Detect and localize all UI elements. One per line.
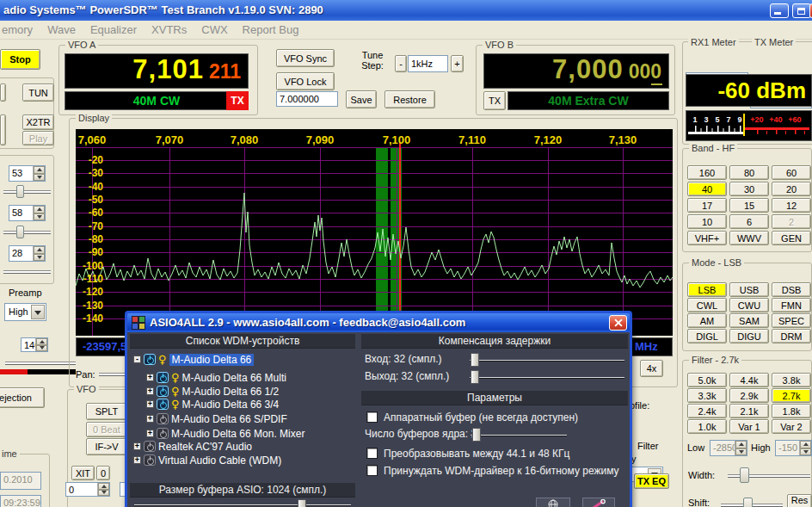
power-icon[interactable] <box>144 441 156 452</box>
mode-button-fmn[interactable]: FMN <box>772 298 811 312</box>
spectrum-display[interactable]: 7,0607,0707,0807,0907,1007,1107,1207,130… <box>76 129 673 336</box>
zero-beat-button[interactable]: 0 Beat <box>86 422 127 437</box>
vfo-b-tx-button[interactable]: TX <box>483 91 506 110</box>
stop-button[interactable]: Stop <box>0 49 40 70</box>
expand-icon[interactable]: - <box>133 356 141 363</box>
band-button-160[interactable]: 160 <box>687 165 727 180</box>
power-icon[interactable] <box>157 428 169 439</box>
split-button[interactable]: SPLT <box>86 403 127 420</box>
tun-button[interactable]: TUN <box>22 83 54 102</box>
power-icon[interactable] <box>157 413 169 424</box>
chevron-down-icon[interactable] <box>31 305 45 319</box>
power-icon[interactable] <box>144 454 156 466</box>
tree-item-label[interactable]: M-Audio Delta 66 S/PDIF <box>171 413 287 425</box>
af-slider-track[interactable] <box>3 190 51 194</box>
memory-frequency-input[interactable]: 7.000000 <box>276 91 338 107</box>
expand-icon[interactable]: + <box>146 374 154 381</box>
mode-button-usb[interactable]: USB <box>729 282 769 297</box>
vfo-sync-button[interactable]: VFO Sync <box>276 49 335 67</box>
tx-eq-button[interactable]: TX EQ <box>634 473 669 489</box>
xit-stepper[interactable]: 0 <box>65 482 110 497</box>
mode-button-digu[interactable]: DIGU <box>729 329 769 343</box>
tune-step-minus-button[interactable]: - <box>395 55 407 72</box>
af-gain-stepper[interactable]: 53 <box>9 165 46 182</box>
filter-button-var-2[interactable]: Var 2 <box>772 419 811 434</box>
tree-item[interactable]: -♀M-Audio Delta 66 <box>133 353 254 366</box>
mode-button-lsb[interactable]: LSB <box>687 282 727 297</box>
save-button[interactable]: Save <box>346 90 377 108</box>
tree-item[interactable]: +Virtual Audio Cable (WDM) <box>133 454 281 467</box>
kernel-buffers-slider-thumb[interactable] <box>472 428 481 442</box>
force-16bit-label[interactable]: Принуждать WDM-драйвер к 16-битному режи… <box>384 465 619 477</box>
vfo-b-frequency-display[interactable]: 7,000 000 <box>483 53 669 89</box>
filter-button-2.7k[interactable]: 2.7k <box>772 388 811 403</box>
band-button-6[interactable]: 6 <box>729 214 769 229</box>
maximize-button[interactable] <box>792 3 811 18</box>
dialog-close-button[interactable] <box>609 315 627 331</box>
tree-item[interactable]: +♀M-Audio Delta 66 Multi <box>146 371 286 384</box>
advanced-button[interactable] <box>582 498 615 507</box>
filter-button-2.9k[interactable]: 2.9k <box>729 388 769 403</box>
latency-in-slider-track[interactable] <box>470 360 624 362</box>
filter-button-1.0k[interactable]: 1.0k <box>687 419 727 434</box>
restore-button[interactable]: Restore <box>384 90 435 108</box>
agc-gain-stepper[interactable]: 58 <box>9 205 46 221</box>
vfo-a-frequency-display[interactable]: 7,101 211 <box>65 53 249 89</box>
expand-icon[interactable]: + <box>146 400 154 408</box>
tree-item-label[interactable]: M-Audio Delta 66 Mon. Mixer <box>171 428 304 440</box>
filter-low-stepper[interactable]: -2850 <box>710 440 747 456</box>
expand-icon[interactable]: + <box>133 456 141 464</box>
latency-out-slider-track[interactable] <box>470 377 624 379</box>
band-button-wwv[interactable]: WWV <box>729 231 769 245</box>
filter-button-3.3k[interactable]: 3.3k <box>687 388 727 403</box>
filter-button-5.0k[interactable]: 5.0k <box>687 373 727 387</box>
hardware-buffer-label[interactable]: Аппаратный буфер (не всегда доступен) <box>384 411 578 424</box>
reset-button[interactable]: Res <box>787 494 812 507</box>
squelch-stepper[interactable]: 140 <box>21 337 48 352</box>
hardware-buffer-checkbox[interactable] <box>366 411 378 423</box>
zoom-4x-button[interactable]: 4x <box>640 360 663 377</box>
tune-step-plus-button[interactable]: + <box>451 55 464 72</box>
band-button-10[interactable]: 10 <box>687 214 727 229</box>
website-button[interactable] <box>536 498 570 507</box>
band-button-vhf+[interactable]: VHF+ <box>687 231 727 245</box>
mode-button-am[interactable]: AM <box>687 313 727 328</box>
mode-button-cwl[interactable]: CWL <box>687 298 727 312</box>
force-16bit-checkbox[interactable] <box>366 465 378 476</box>
mode-button-spec[interactable]: SPEC <box>772 313 811 328</box>
drive-stepper[interactable]: 28 <box>9 245 46 262</box>
minimize-button[interactable] <box>770 3 789 18</box>
agc-slider-thumb[interactable] <box>16 226 24 238</box>
latency-out-slider-thumb[interactable] <box>471 370 479 384</box>
band-button-12[interactable]: 12 <box>772 198 811 213</box>
tree-item-label[interactable]: M-Audio Delta 66 3/4 <box>182 399 280 411</box>
filter-button-2.4k[interactable]: 2.4k <box>687 404 727 418</box>
band-button-15[interactable]: 15 <box>729 198 769 213</box>
tree-item[interactable]: +M-Audio Delta 66 S/PDIF <box>146 412 287 425</box>
power-icon[interactable] <box>157 386 169 397</box>
cut-button-sliver[interactable] <box>0 114 6 145</box>
asio-buffer-slider-track[interactable] <box>134 504 351 506</box>
band-button-30[interactable]: 30 <box>729 182 769 196</box>
mode-button-dsb[interactable]: DSB <box>772 282 811 297</box>
mode-button-sam[interactable]: SAM <box>729 313 769 328</box>
tree-item-label[interactable]: Virtual Audio Cable (WDM) <box>158 454 281 467</box>
tree-item[interactable]: +♀M-Audio Delta 66 1/2 <box>146 385 279 398</box>
band-button-2[interactable]: 2 <box>772 214 811 229</box>
preamp-select[interactable]: High <box>4 303 46 321</box>
rejection-button[interactable]: ejection <box>0 387 45 408</box>
band-button-60[interactable]: 60 <box>772 165 811 180</box>
menu-item-report-bug[interactable]: Report Bug <box>243 23 299 36</box>
expand-icon[interactable]: + <box>133 442 141 450</box>
squelch-slider-track[interactable] <box>5 362 76 365</box>
power-icon[interactable] <box>144 354 156 365</box>
band-button-80[interactable]: 80 <box>729 165 769 180</box>
mode-button-digl[interactable]: DIGL <box>687 329 727 343</box>
band-button-gen[interactable]: GEN <box>772 231 811 245</box>
if-to-vfo-button[interactable]: IF->V <box>86 438 127 455</box>
latency-in-slider-thumb[interactable] <box>471 353 479 367</box>
af-slider-thumb[interactable] <box>16 185 24 198</box>
tree-item[interactable]: +♀M-Audio Delta 66 3/4 <box>146 398 279 411</box>
mode-button-cwu[interactable]: CWU <box>729 298 769 312</box>
mode-button-drm[interactable]: DRM <box>772 329 811 343</box>
